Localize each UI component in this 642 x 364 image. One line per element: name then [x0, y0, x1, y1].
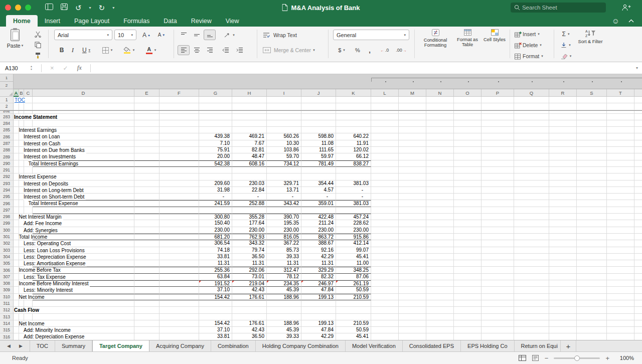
- cell[interactable]: [232, 114, 267, 120]
- cell[interactable]: [159, 127, 199, 133]
- cell[interactable]: [549, 194, 577, 200]
- cell[interactable]: 252.88: [232, 200, 267, 207]
- cell[interactable]: [159, 110, 199, 114]
- cell[interactable]: [371, 280, 399, 287]
- cell[interactable]: [634, 307, 642, 313]
- cell[interactable]: [454, 234, 482, 240]
- cell[interactable]: [577, 327, 607, 333]
- cell[interactable]: [482, 320, 514, 327]
- fill-button[interactable]: ▾: [558, 40, 574, 50]
- row-header-1[interactable]: 1: [0, 97, 14, 103]
- cell[interactable]: 47.84: [301, 327, 336, 333]
- cell-styles-button[interactable]: Cell Styles: [483, 29, 507, 42]
- cell[interactable]: [267, 207, 301, 214]
- delete-cells-button[interactable]: Delete▾: [515, 40, 552, 50]
- sheet-tab-summary[interactable]: Summary: [55, 340, 92, 351]
- name-box-stepper[interactable]: ▲▼: [30, 65, 37, 71]
- minimize-window-button[interactable]: [15, 5, 21, 11]
- cell[interactable]: [134, 274, 159, 280]
- row-header-310[interactable]: 310: [0, 294, 14, 300]
- cell[interactable]: [134, 333, 159, 340]
- cell[interactable]: [454, 114, 482, 120]
- cell[interactable]: [514, 207, 549, 214]
- cell[interactable]: [33, 307, 134, 313]
- cell[interactable]: [159, 214, 199, 220]
- cell[interactable]: [14, 274, 19, 280]
- cell[interactable]: [577, 147, 607, 153]
- cell[interactable]: [549, 300, 577, 307]
- cell[interactable]: [514, 187, 549, 194]
- cell[interactable]: [19, 200, 24, 207]
- cell[interactable]: [336, 110, 371, 114]
- cell[interactable]: [399, 180, 426, 187]
- cell[interactable]: -: [199, 194, 232, 200]
- cell[interactable]: 191.52: [199, 280, 232, 287]
- cell[interactable]: 73.01: [232, 274, 267, 280]
- cell[interactable]: [577, 97, 607, 103]
- normal-view-button[interactable]: [519, 355, 526, 361]
- cell[interactable]: 82.81: [232, 147, 267, 153]
- cell[interactable]: [399, 333, 426, 340]
- comma-format-button[interactable]: ,: [364, 45, 375, 55]
- cell[interactable]: [371, 187, 399, 194]
- cell[interactable]: [577, 194, 607, 200]
- cell[interactable]: [607, 110, 634, 114]
- cell[interactable]: 329.29: [301, 267, 336, 273]
- cell[interactable]: 13.71: [267, 187, 301, 194]
- cell[interactable]: [634, 127, 642, 133]
- cell[interactable]: [577, 240, 607, 247]
- cell[interactable]: [607, 173, 634, 180]
- cell[interactable]: 354.44: [301, 180, 336, 187]
- cell[interactable]: [634, 147, 642, 153]
- cell[interactable]: [14, 133, 19, 140]
- cell[interactable]: [426, 267, 454, 273]
- cell[interactable]: [577, 127, 607, 133]
- cell[interactable]: [371, 294, 399, 300]
- cell[interactable]: [577, 307, 607, 313]
- cell[interactable]: [514, 247, 549, 254]
- cell[interactable]: [514, 234, 549, 240]
- cell[interactable]: [482, 160, 514, 167]
- cell[interactable]: 154.42: [199, 320, 232, 327]
- cell[interactable]: [482, 133, 514, 140]
- cell[interactable]: 199.13: [301, 294, 336, 300]
- cell[interactable]: [399, 147, 426, 153]
- cell[interactable]: [549, 140, 577, 147]
- sheet-tab-combination[interactable]: Combination: [211, 340, 256, 351]
- cell[interactable]: 176.61: [232, 320, 267, 327]
- cell[interactable]: [549, 307, 577, 313]
- cell[interactable]: [14, 287, 19, 293]
- cell[interactable]: [399, 207, 426, 214]
- cell[interactable]: [454, 167, 482, 173]
- cell[interactable]: 111.65: [301, 147, 336, 153]
- cell[interactable]: [426, 314, 454, 320]
- cell[interactable]: [33, 320, 134, 327]
- cell[interactable]: [549, 333, 577, 340]
- row-header-302[interactable]: 302: [0, 240, 14, 247]
- cell[interactable]: [159, 160, 199, 167]
- cell[interactable]: [426, 200, 454, 207]
- cell[interactable]: [19, 207, 24, 214]
- cell[interactable]: [33, 103, 134, 110]
- cell[interactable]: [159, 267, 199, 273]
- cell[interactable]: [454, 214, 482, 220]
- cell[interactable]: [634, 180, 642, 187]
- cell[interactable]: [159, 207, 199, 214]
- font-color-button[interactable]: A ▾: [141, 45, 160, 55]
- cell[interactable]: 37.10: [199, 327, 232, 333]
- collapse-ribbon-chevron-icon[interactable]: [628, 19, 634, 23]
- cell[interactable]: [634, 140, 642, 147]
- cell[interactable]: [454, 240, 482, 247]
- cell[interactable]: 33.81: [199, 254, 232, 260]
- cell[interactable]: [607, 200, 634, 207]
- row-header-287[interactable]: 287: [0, 140, 14, 147]
- cell[interactable]: [399, 200, 426, 207]
- cell[interactable]: [426, 280, 454, 287]
- cell[interactable]: [577, 187, 607, 194]
- cell[interactable]: [634, 240, 642, 247]
- cell[interactable]: 210.59: [336, 320, 371, 327]
- cell[interactable]: [134, 200, 159, 207]
- cell[interactable]: [634, 260, 642, 267]
- cell[interactable]: [267, 167, 301, 173]
- cell[interactable]: 863.72: [301, 234, 336, 240]
